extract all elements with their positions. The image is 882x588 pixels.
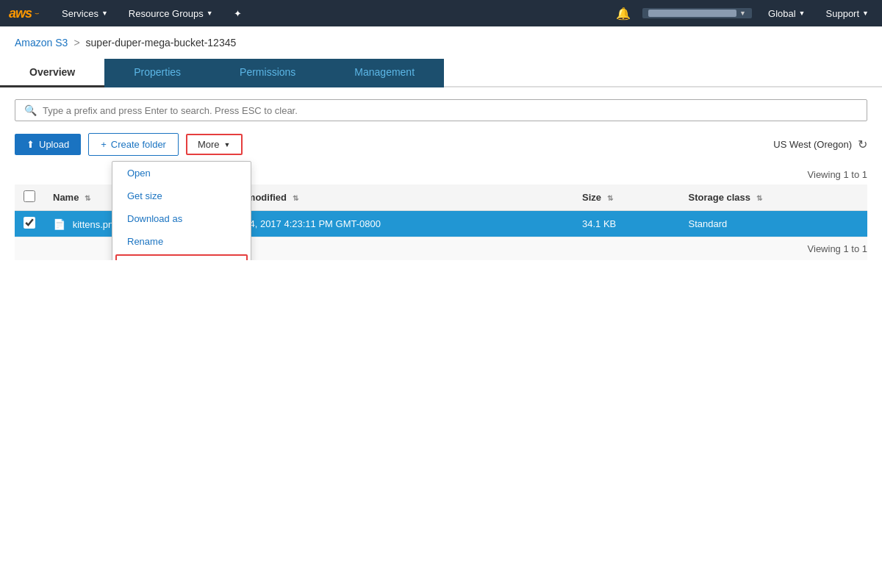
header-size[interactable]: Size ⇅ [573,184,680,211]
row-checkbox-cell [15,211,44,237]
breadcrumb-current: super-duper-mega-bucket-12345 [86,37,237,49]
row-storage-class-cell: Standard [680,211,867,237]
services-label: Services [62,8,98,19]
account-menu[interactable]: ▼ [642,8,752,18]
header-checkbox-col [15,184,44,211]
global-label: Global [768,8,796,19]
services-button[interactable]: Services ▼ [57,5,112,22]
dropdown-item-get-size[interactable]: Get size [112,184,251,207]
tab-permissions[interactable]: Permissions [210,59,325,87]
support-label: Support [826,8,860,19]
toolbar: ⬆ Upload + Create folder More ▼ Open Get… [0,133,882,165]
star-icon: ✦ [234,8,242,19]
breadcrumb-separator: > [74,37,79,49]
select-all-checkbox[interactable] [24,190,35,202]
tabs-container: Overview Properties Permissions Manageme… [0,59,882,87]
refresh-button[interactable]: ↻ [858,137,867,151]
aws-logo-text: aws [9,6,32,21]
dropdown-item-download-as[interactable]: Download as [112,207,251,230]
header-name-label: Name [53,192,79,203]
header-storage-class[interactable]: Storage class ⇅ [680,184,867,211]
more-dropdown-menu: Open Get size Download as Rename Delete … [112,161,251,260]
dropdown-item-open[interactable]: Open [112,162,251,184]
header-size-label: Size [582,192,601,203]
more-chevron-icon: ▼ [224,141,231,148]
search-input[interactable] [43,105,858,116]
notifications-bell-icon[interactable]: 🔔 [616,7,631,21]
region-info: US West (Oregon) ↻ [773,137,867,151]
search-icon: 🔍 [24,104,37,116]
support-chevron-icon: ▼ [862,10,869,17]
breadcrumb-s3-link[interactable]: Amazon S3 [15,37,68,49]
account-name-bar [648,10,736,17]
resource-groups-label: Resource Groups [129,8,204,19]
storage-class-sort-icon: ⇅ [756,194,762,202]
resource-groups-chevron-icon: ▼ [207,10,213,17]
upload-label: Upload [39,139,69,150]
create-folder-label: Create folder [111,139,166,150]
more-button[interactable]: More ▼ [186,134,243,155]
create-folder-button[interactable]: + Create folder [88,133,179,156]
breadcrumb: Amazon S3 > super-duper-mega-bucket-1234… [0,26,882,59]
tab-management[interactable]: Management [325,59,444,87]
dropdown-item-rename[interactable]: Rename [112,230,251,253]
plus-icon: + [101,139,107,150]
services-chevron-icon: ▼ [101,10,108,17]
upload-button[interactable]: ⬆ Upload [15,134,81,155]
top-nav: aws ⌣ Services ▼ Resource Groups ▼ ✦ 🔔 ▼… [0,0,882,26]
search-bar: 🔍 [15,99,867,121]
region-label: US West (Oregon) [773,139,852,150]
aws-logo[interactable]: aws ⌣ [9,6,40,21]
resource-groups-button[interactable]: Resource Groups ▼ [124,5,218,22]
file-icon: 📄 [53,218,65,230]
row-checkbox[interactable] [24,217,35,229]
aws-smile-icon: ⌣ [35,9,40,18]
dropdown-item-delete[interactable]: Delete [115,254,248,260]
header-storage-class-label: Storage class [689,192,751,203]
last-modified-sort-icon: ⇅ [293,194,298,202]
tab-overview[interactable]: Overview [0,59,104,87]
account-chevron-icon: ▼ [739,10,746,17]
tab-properties[interactable]: Properties [104,59,210,87]
upload-icon: ⬆ [26,139,35,150]
name-sort-icon: ⇅ [85,194,90,202]
more-label: More [198,139,220,150]
row-size-cell: 34.1 KB [573,211,680,237]
support-button[interactable]: Support ▼ [822,5,873,22]
row-last-modified-cell: Nov 24, 2017 4:23:11 PM GMT-0800 [216,211,573,237]
global-chevron-icon: ▼ [799,10,806,17]
global-button[interactable]: Global ▼ [764,5,810,22]
header-last-modified[interactable]: Last modified ⇅ [216,184,573,211]
favorites-button[interactable]: ✦ [229,5,246,22]
size-sort-icon: ⇅ [607,194,613,202]
